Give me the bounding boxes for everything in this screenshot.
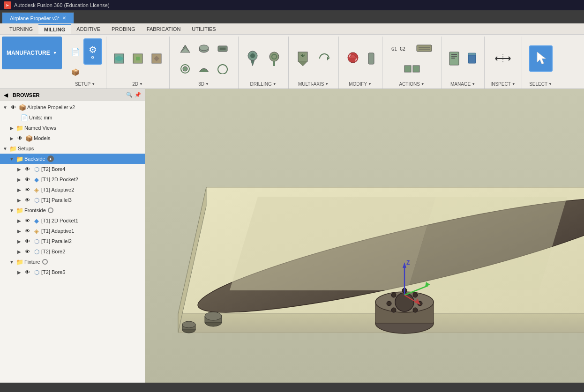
actions-group-label[interactable]: ACTIONS ▼ (399, 81, 424, 89)
expand-pocket1-icon[interactable]: ▶ (16, 217, 22, 224)
inspect-group-label[interactable]: INSPECT ▼ (490, 81, 515, 89)
inspect-chevron-icon: ▼ (512, 82, 516, 86)
tree-named-views[interactable]: ▶ 📁 Named Views (0, 123, 145, 133)
expand-setups-icon[interactable]: ▼ (2, 145, 8, 152)
models-eye-icon[interactable]: 👁 (16, 134, 23, 142)
3d-btn-5[interactable] (195, 62, 213, 75)
tree-bore5[interactable]: ▶ 👁 ⬡ [T2] Bore5 (0, 267, 145, 277)
tab-label: Airplane Propeller v3* (10, 15, 60, 21)
expand-named-views-icon[interactable]: ▶ (8, 125, 15, 131)
tab-milling[interactable]: MILLING (38, 24, 71, 34)
multiaxis-group-label[interactable]: MULTI-AXIS ▼ (298, 81, 329, 89)
models-folder-icon: 📦 (25, 134, 33, 142)
modify-group-label[interactable]: MODIFY ▼ (349, 81, 372, 89)
bore5-eye-icon[interactable]: 👁 (23, 268, 31, 276)
2d-pocket-btn[interactable] (129, 45, 147, 72)
modify-btn-2[interactable] (364, 45, 378, 72)
expand-fixture-icon[interactable]: ▼ (8, 259, 15, 265)
main-tab[interactable]: Airplane Propeller v3* ✕ (2, 12, 74, 23)
manage-btn-2[interactable] (464, 45, 480, 72)
tree-backside[interactable]: ▼ 📁 Backside ● (0, 154, 145, 164)
tree-bore4[interactable]: ▶ 👁 ⬡ [T2] Bore4 (0, 164, 145, 174)
manage-group-label[interactable]: MANAGE ▼ (450, 81, 475, 89)
expand-models-icon[interactable]: ▶ (8, 135, 15, 141)
viewport[interactable]: Z (145, 89, 584, 383)
tree-root[interactable]: ▼ 👁 📦 Airplane Propeller v2 (0, 102, 145, 112)
tree-adaptive2[interactable]: ▶ 👁 ◈ [T1] Adaptive2 (0, 185, 145, 195)
manufacture-button[interactable]: MANUFACTURE ▼ (2, 37, 62, 69)
3d-btn-1[interactable] (176, 42, 194, 55)
manage-btn-1[interactable] (446, 45, 463, 72)
tree-bore2[interactable]: ▶ 👁 ⬡ [T2] Bore2 (0, 246, 145, 257)
toolbar-group-modify: MODIFY ▼ (339, 37, 382, 89)
expand-parallel3-icon[interactable]: ▶ (16, 197, 22, 203)
drill-btn[interactable] (242, 45, 263, 72)
setup-group-label[interactable]: SETUP ▼ (75, 81, 95, 89)
tree-adaptive1[interactable]: ▶ 👁 ◈ [T1] Adaptive1 (0, 226, 145, 236)
bore4-eye-icon[interactable]: 👁 (23, 165, 31, 173)
actions-btn-2[interactable] (412, 42, 436, 55)
3d-btn-6[interactable] (214, 62, 232, 75)
multiaxis-btn-1[interactable] (292, 45, 313, 72)
adaptive1-eye-icon[interactable]: 👁 (23, 227, 31, 235)
tree-setups[interactable]: ▼ 📁 Setups (0, 143, 145, 154)
stock-btn[interactable]: 📦 (68, 66, 82, 79)
expand-bore5-icon[interactable]: ▶ (16, 269, 22, 275)
expand-root-icon[interactable]: ▼ (2, 104, 8, 111)
expand-parallel2-icon[interactable]: ▶ (16, 238, 22, 244)
setup-buttons: 📄 ⚙ G 📦 (68, 37, 102, 81)
tab-additive[interactable]: ADDITIVE (71, 24, 106, 34)
expand-adaptive1-icon[interactable]: ▶ (16, 228, 22, 234)
toolbar-group-select: SELECT ▼ (522, 37, 560, 89)
tree-units[interactable]: ▶ 📄 Units: mm (0, 112, 145, 123)
tree-fixture[interactable]: ▼ 📁 Fixture (0, 257, 145, 267)
tab-bar: Airplane Propeller v3* ✕ (0, 10, 584, 23)
parallel3-eye-icon[interactable]: 👁 (23, 196, 31, 204)
tab-probing[interactable]: PROBING (106, 24, 141, 34)
multiaxis-btn-2[interactable] (314, 45, 335, 72)
frontside-folder-icon: 📁 (16, 207, 23, 214)
2d-adaptive-btn[interactable] (110, 45, 128, 72)
pocket2-eye-icon[interactable]: 👁 (23, 176, 31, 183)
tree-models[interactable]: ▶ 👁 📦 Models (0, 133, 145, 143)
manage-label: MANAGE (450, 81, 471, 87)
tab-turning[interactable]: TURNING (4, 24, 38, 34)
select-btn[interactable] (529, 45, 553, 72)
expand-pocket2-icon[interactable]: ▶ (16, 176, 22, 183)
expand-backside-icon[interactable]: ▼ (8, 155, 15, 162)
tree-pocket2[interactable]: ▶ 👁 ◆ [T1] 2D Pocket2 (0, 174, 145, 185)
inspect-btn[interactable] (491, 45, 515, 72)
3d-group-label[interactable]: 3D ▼ (198, 81, 209, 89)
select-group-label[interactable]: SELECT ▼ (529, 81, 552, 89)
2d-contour-btn[interactable] (148, 45, 165, 72)
pocket1-eye-icon[interactable]: 👁 (23, 217, 31, 224)
tab-fabrication[interactable]: FABRICATION (141, 24, 187, 34)
expand-adaptive2-icon[interactable]: ▶ (16, 186, 22, 193)
2d-group-label[interactable]: 2D ▼ (132, 81, 143, 89)
browser-search-icon[interactable]: 🔍 (126, 92, 133, 98)
bore-btn[interactable] (264, 45, 285, 72)
modify-btn-1[interactable] (343, 45, 363, 72)
adaptive2-eye-icon[interactable]: 👁 (23, 186, 31, 193)
3d-btn-2[interactable] (195, 42, 213, 55)
tree-parallel2[interactable]: ▶ 👁 ⬡ [T1] Parallel2 (0, 236, 145, 246)
browser-pin-icon[interactable]: 📌 (135, 92, 141, 98)
eye-root-icon[interactable]: 👁 (9, 104, 17, 111)
bore2-eye-icon[interactable]: 👁 (23, 248, 31, 255)
3d-btn-3[interactable] (214, 42, 232, 55)
actions-btn-3[interactable] (400, 62, 424, 75)
modify-chevron-icon: ▼ (368, 82, 372, 86)
tree-pocket1[interactable]: ▶ 👁 ◆ [T1] 2D Pocket1 (0, 215, 145, 226)
3d-btn-4[interactable] (176, 62, 194, 75)
tab-utilities[interactable]: UTILITIES (186, 24, 221, 34)
expand-frontside-icon[interactable]: ▼ (8, 207, 15, 214)
expand-bore4-icon[interactable]: ▶ (16, 166, 22, 172)
parallel2-eye-icon[interactable]: 👁 (23, 237, 31, 245)
tree-parallel3[interactable]: ▶ 👁 ⬡ [T1] Parallel3 (0, 195, 145, 205)
tree-frontside[interactable]: ▼ 📁 Frontside (0, 205, 145, 215)
expand-bore2-icon[interactable]: ▶ (16, 248, 22, 255)
close-tab-icon[interactable]: ✕ (62, 15, 66, 21)
actions-btn-1[interactable]: G1G2 (388, 42, 412, 55)
drilling-group-label[interactable]: DRILLING ▼ (250, 81, 277, 89)
browser-back-icon[interactable]: ◀ (4, 92, 8, 98)
